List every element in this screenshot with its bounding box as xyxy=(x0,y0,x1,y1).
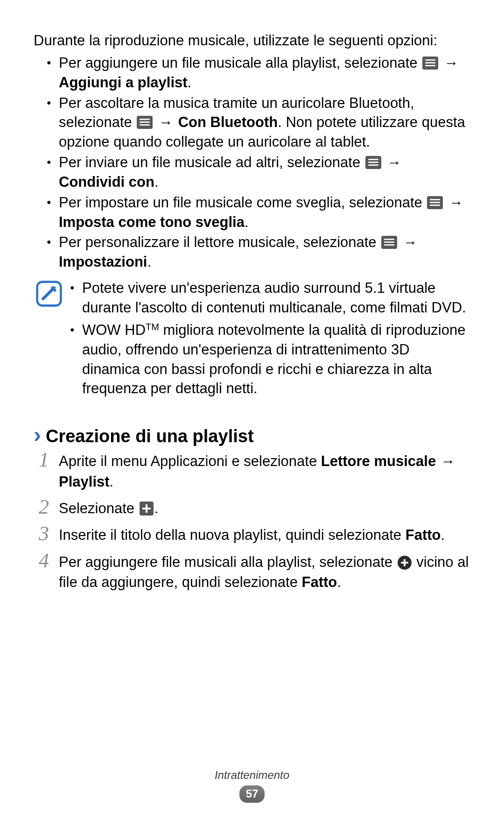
manual-page: Durante la riproduzione musicale, utiliz… xyxy=(0,0,504,827)
arrow-icon: → xyxy=(403,234,418,250)
menu-icon xyxy=(427,196,443,209)
chevron-icon: › xyxy=(34,422,41,447)
add-circle-icon xyxy=(398,556,412,570)
plus-icon xyxy=(140,502,154,516)
page-footer: Intrattenimento 57 xyxy=(0,769,504,803)
step-end: . xyxy=(154,500,159,516)
option-bold: Condividi con xyxy=(59,174,154,190)
arrow-icon: → xyxy=(441,453,455,469)
option-end: . xyxy=(245,214,249,230)
option-bluetooth: Per ascoltare la musica tramite un auric… xyxy=(47,93,470,152)
menu-icon xyxy=(137,116,153,129)
option-text: Per personalizzare il lettore musicale, … xyxy=(59,234,380,250)
arrow-icon: → xyxy=(444,55,459,71)
step-bold: Fatto xyxy=(406,527,441,543)
option-alarm: Per impostare un file musicale come sveg… xyxy=(47,193,470,232)
note-box: Potete vivere un'esperienza audio surrou… xyxy=(34,278,470,401)
option-share: Per inviare un file musicale ad altri, s… xyxy=(47,153,470,192)
arrow-icon: → xyxy=(449,194,463,211)
option-bold: Aggiungi a playlist xyxy=(59,74,188,91)
option-settings: Per personalizzare il lettore musicale, … xyxy=(47,233,470,272)
intro-text: Durante la riproduzione musicale, utiliz… xyxy=(34,31,470,50)
option-end: . xyxy=(147,254,151,270)
step-end: . xyxy=(110,474,114,490)
step-end: . xyxy=(337,574,341,590)
step-text xyxy=(436,453,440,469)
step-text: Per aggiungere file musicali alla playli… xyxy=(59,554,397,570)
step-1: Aprite il menu Applicazioni e selezionat… xyxy=(34,451,470,492)
note-text: Potete vivere un'esperienza audio surrou… xyxy=(82,280,466,316)
options-list: Per aggiungere un file musicale alla pla… xyxy=(34,53,470,272)
section-title: Creazione di una playlist xyxy=(46,426,254,446)
note-icon xyxy=(35,280,63,307)
step-end: . xyxy=(441,527,445,543)
step-bold: Lettore musicale xyxy=(321,453,436,469)
option-text: Per inviare un file musicale ad altri, s… xyxy=(59,154,364,170)
step-text: Aprite il menu Applicazioni e selezionat… xyxy=(59,453,321,469)
footer-section-name: Intrattenimento xyxy=(0,769,504,782)
steps-list: Aprite il menu Applicazioni e selezionat… xyxy=(34,451,470,592)
menu-icon xyxy=(381,236,397,249)
option-bold: Imposta come tono sveglia xyxy=(59,214,245,230)
arrow-icon: → xyxy=(387,154,401,170)
note-item-wowhd: WOW HDTM migliora notevolmente la qualit… xyxy=(70,320,470,398)
note-body: Potete vivere un'esperienza audio surrou… xyxy=(70,278,470,401)
option-text: Per aggiungere un file musicale alla pla… xyxy=(59,55,421,71)
step-4: Per aggiungere file musicali alla playli… xyxy=(34,552,470,593)
step-bold: Playlist xyxy=(59,474,110,490)
arrow-icon: → xyxy=(159,114,173,130)
step-3: Inserite il titolo della nuova playlist,… xyxy=(34,525,470,545)
menu-icon xyxy=(422,57,438,70)
step-text: Selezionate xyxy=(59,500,139,516)
trademark: TM xyxy=(146,322,159,332)
option-bold: Impostazioni xyxy=(59,254,147,270)
menu-icon xyxy=(365,156,381,169)
option-bold: Con Bluetooth xyxy=(178,114,278,130)
option-text: Per impostare un file musicale come sveg… xyxy=(59,194,426,211)
step-text: Inserite il titolo della nuova playlist,… xyxy=(59,527,406,543)
note-text: WOW HD xyxy=(82,322,146,338)
step-bold: Fatto xyxy=(302,574,337,590)
page-number-badge: 57 xyxy=(239,785,265,803)
step-2: Selezionate . xyxy=(34,498,470,518)
section-heading: › Creazione di una playlist xyxy=(34,422,470,447)
option-add-to-playlist: Per aggiungere un file musicale alla pla… xyxy=(47,53,470,92)
option-end: . xyxy=(154,174,159,190)
option-end: . xyxy=(188,74,192,91)
note-item-surround: Potete vivere un'esperienza audio surrou… xyxy=(70,278,470,318)
